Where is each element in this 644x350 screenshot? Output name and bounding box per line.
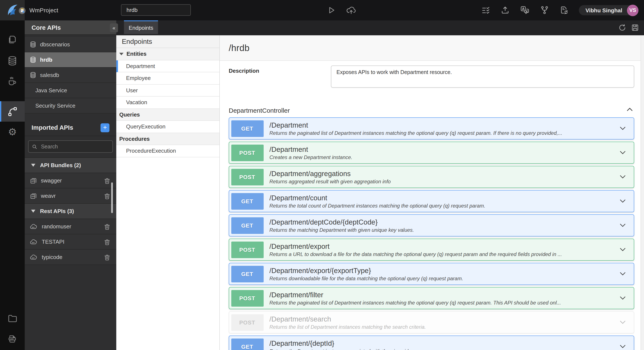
tree-row[interactable]: Queries xyxy=(116,109,219,121)
svg-text:API: API xyxy=(32,180,34,182)
tab-endpoints[interactable]: Endpoints xyxy=(124,20,158,34)
delete-icon[interactable] xyxy=(104,192,110,199)
core-apis-title: Core APIs xyxy=(32,24,61,31)
delete-icon[interactable] xyxy=(104,238,110,245)
add-api-button[interactable]: + xyxy=(100,123,110,132)
core-apis-list: dbscenarios hrdb xyxy=(25,37,116,114)
chevron-down-icon xyxy=(619,319,626,325)
endpoint-description: Returns the list of Department instances… xyxy=(270,324,426,330)
endpoint-description: Returns aggregated result with given agg… xyxy=(270,179,391,185)
rail-more-button[interactable]: ●●● xyxy=(0,349,25,350)
api-doc-icon: API xyxy=(30,192,37,199)
database-icon xyxy=(7,56,18,66)
api-search-box[interactable] xyxy=(28,140,113,153)
delete-icon[interactable] xyxy=(104,254,110,260)
api-bundle-item[interactable]: API swagger xyxy=(25,173,116,188)
chevron-up-icon xyxy=(626,107,633,111)
java-service-icon xyxy=(7,76,18,86)
tasks-button[interactable] xyxy=(481,6,490,15)
core-api-label: Security Service xyxy=(35,103,76,109)
core-api-item[interactable]: Java Service xyxy=(25,83,116,98)
i18n-button[interactable] xyxy=(520,5,530,15)
endpoint-card[interactable]: GET /Department/{deptId} Returns the Dep… xyxy=(229,336,634,350)
tree-row[interactable]: ProcedureExecution xyxy=(116,145,219,157)
description-textarea[interactable]: Exposes APIs to work with Department res… xyxy=(331,65,634,88)
collapse-controller-button[interactable] xyxy=(626,107,633,111)
chevron-down-icon xyxy=(619,247,626,253)
rest-api-item[interactable]: API typicode xyxy=(25,250,116,265)
method-badge: GET xyxy=(231,217,264,234)
api-bundles-group[interactable]: API Bundles (2) xyxy=(25,158,116,173)
endpoint-card[interactable]: GET /Department Returns the paginated li… xyxy=(229,117,634,140)
folder-icon xyxy=(8,314,17,323)
run-button[interactable] xyxy=(327,5,336,15)
api-search-row xyxy=(25,136,116,158)
tree-row[interactable]: QueryExecution xyxy=(116,121,219,133)
rail-database-button[interactable] xyxy=(0,51,25,71)
core-api-item[interactable]: hrdb xyxy=(25,52,116,68)
file-sync-button[interactable] xyxy=(559,5,568,15)
endpoint-text: /Department/export Returns a URL to down… xyxy=(270,242,562,257)
svg-text:API: API xyxy=(32,226,34,228)
svg-text:API: API xyxy=(32,242,34,244)
endpoint-card[interactable]: GET /Department/deptCode/{deptCode} Retu… xyxy=(229,214,634,236)
rest-apis-group[interactable]: Rest APIs (3) xyxy=(25,204,116,219)
endpoint-text: /Department/search Returns the list of D… xyxy=(270,315,426,330)
endpoint-card[interactable]: GET /Department/count Returns the total … xyxy=(229,190,634,212)
rail-logs-button[interactable]: LOG xyxy=(0,329,25,349)
imported-apis-title: Imported APIs xyxy=(32,124,73,131)
svg-text:API: API xyxy=(32,195,34,197)
file-sync-icon xyxy=(559,5,568,15)
tree-row[interactable]: Entities xyxy=(116,48,219,60)
panel-scrollbar[interactable] xyxy=(111,182,113,213)
endpoint-card[interactable]: POST /Department/search Returns the list… xyxy=(229,311,634,334)
tree-row[interactable]: Vacation xyxy=(116,97,219,109)
endpoint-path: /Department/{deptId} xyxy=(270,339,410,348)
tree-row[interactable]: Department xyxy=(116,60,219,72)
tree-row[interactable]: Employee xyxy=(116,72,219,84)
delete-icon[interactable] xyxy=(104,177,110,184)
endpoint-description: Returns the matching Department with giv… xyxy=(270,227,414,233)
deploy-button[interactable] xyxy=(346,5,356,15)
vcs-button[interactable] xyxy=(540,5,549,15)
endpoint-path: /Department xyxy=(270,146,352,154)
collapse-panel-button[interactable]: « xyxy=(110,23,118,32)
endpoint-card[interactable]: GET /Department/export/{exportType} Retu… xyxy=(229,263,634,285)
api-bundle-item[interactable]: API weavr xyxy=(25,188,116,204)
rest-api-item[interactable]: API randomuser xyxy=(25,219,116,234)
rail-settings-button[interactable]: ⚙ xyxy=(0,122,25,142)
endpoint-card[interactable]: POST /Department Creates a new Departmen… xyxy=(229,142,634,164)
tree-row[interactable]: Procedures xyxy=(116,133,219,145)
endpoint-description: Returns downloadable file for the data m… xyxy=(270,276,463,282)
user-menu[interactable]: Vibhu Singhal VS xyxy=(578,5,638,15)
rail-pages-button[interactable] xyxy=(0,29,25,50)
endpoint-card[interactable]: POST /Department/filter Returns the pagi… xyxy=(229,287,634,309)
api-bundles-label: API Bundles (2) xyxy=(40,162,81,169)
api-doc-icon: API xyxy=(30,177,37,184)
save-button[interactable] xyxy=(631,24,639,31)
api-search-input[interactable] xyxy=(40,143,109,150)
endpoint-card[interactable]: POST /Department/aggregations Returns ag… xyxy=(229,166,634,188)
delete-icon[interactable] xyxy=(104,223,110,230)
export-button[interactable] xyxy=(500,5,510,15)
api-item-label: randomuser xyxy=(42,223,100,230)
tab-strip: Endpoints xyxy=(116,20,644,35)
core-api-item[interactable]: Security Service xyxy=(25,98,116,114)
refresh-button[interactable] xyxy=(618,24,626,31)
tree-row[interactable]: User xyxy=(116,84,219,97)
method-badge: POST xyxy=(231,314,264,331)
project-search-input[interactable] xyxy=(121,4,191,16)
endpoint-card[interactable]: POST /Department/export Returns a URL to… xyxy=(229,239,634,261)
core-api-item[interactable]: salesdb xyxy=(25,68,116,83)
core-api-item[interactable]: dbscenarios xyxy=(25,37,116,52)
refresh-icon xyxy=(618,24,626,31)
tree-row-label: Entities xyxy=(126,51,146,57)
core-apis-header: Core APIs xyxy=(25,20,116,35)
rail-files-button[interactable] xyxy=(0,308,25,329)
rest-api-item[interactable]: API TESTAPI xyxy=(25,234,116,250)
endpoint-description: Returns the paginated list of Department… xyxy=(270,130,562,136)
rail-java-button[interactable] xyxy=(0,71,25,91)
main-scrollbar[interactable] xyxy=(640,35,644,350)
project-switcher[interactable]: WmProject xyxy=(19,7,58,14)
rail-apis-button[interactable] xyxy=(0,101,25,122)
